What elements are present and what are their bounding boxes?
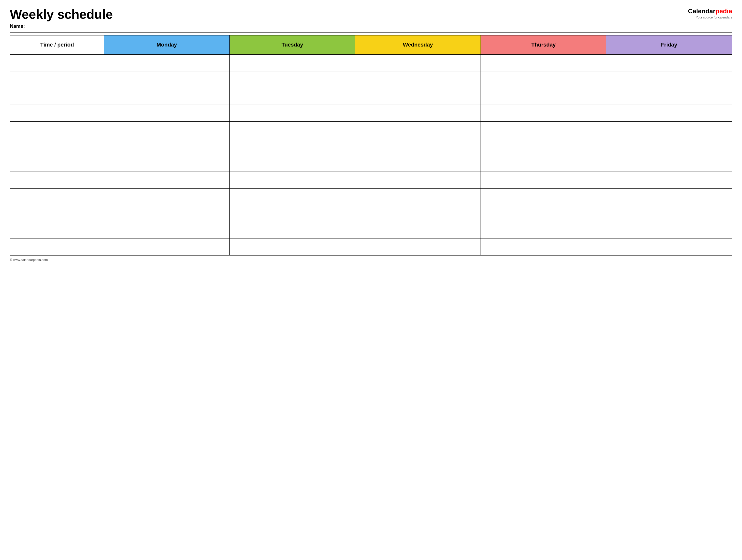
schedule-cell[interactable] (104, 88, 229, 105)
schedule-cell[interactable] (481, 155, 606, 172)
table-row (10, 71, 732, 88)
schedule-cell[interactable] (606, 188, 732, 205)
header: Weekly schedule Name: Calendarpedia Your… (10, 7, 732, 29)
schedule-cell[interactable] (104, 205, 229, 222)
schedule-cell[interactable] (606, 105, 732, 121)
time-cell[interactable] (10, 54, 104, 71)
col-header-wednesday: Wednesday (355, 35, 481, 54)
table-header-row: Time / period Monday Tuesday Wednesday T… (10, 35, 732, 54)
table-row (10, 54, 732, 71)
schedule-cell[interactable] (229, 188, 355, 205)
schedule-cell[interactable] (229, 138, 355, 155)
time-cell[interactable] (10, 172, 104, 188)
schedule-table: Time / period Monday Tuesday Wednesday T… (10, 35, 732, 256)
schedule-cell[interactable] (606, 121, 732, 138)
schedule-cell[interactable] (606, 172, 732, 188)
schedule-cell[interactable] (355, 155, 481, 172)
schedule-cell[interactable] (104, 222, 229, 238)
time-cell[interactable] (10, 138, 104, 155)
schedule-cell[interactable] (229, 121, 355, 138)
schedule-cell[interactable] (229, 88, 355, 105)
schedule-cell[interactable] (606, 222, 732, 238)
schedule-cell[interactable] (104, 105, 229, 121)
schedule-cell[interactable] (481, 222, 606, 238)
schedule-cell[interactable] (481, 172, 606, 188)
schedule-cell[interactable] (229, 71, 355, 88)
schedule-cell[interactable] (104, 172, 229, 188)
schedule-cell[interactable] (104, 121, 229, 138)
schedule-body (10, 54, 732, 255)
schedule-cell[interactable] (606, 88, 732, 105)
schedule-cell[interactable] (355, 222, 481, 238)
schedule-cell[interactable] (355, 172, 481, 188)
time-cell[interactable] (10, 238, 104, 255)
schedule-cell[interactable] (355, 88, 481, 105)
schedule-cell[interactable] (229, 222, 355, 238)
schedule-cell[interactable] (606, 155, 732, 172)
page-container: Weekly schedule Name: Calendarpedia Your… (10, 7, 732, 262)
time-cell[interactable] (10, 222, 104, 238)
table-row (10, 188, 732, 205)
footer-url: © www.calendarpedia.com (10, 258, 48, 262)
schedule-cell[interactable] (606, 138, 732, 155)
schedule-cell[interactable] (355, 105, 481, 121)
schedule-cell[interactable] (104, 188, 229, 205)
col-header-thursday: Thursday (481, 35, 606, 54)
schedule-cell[interactable] (355, 188, 481, 205)
logo-suffix: pedia (716, 7, 732, 15)
schedule-cell[interactable] (355, 54, 481, 71)
logo-area: Calendarpedia Your source for calendars (688, 7, 732, 19)
schedule-cell[interactable] (355, 71, 481, 88)
schedule-cell[interactable] (229, 155, 355, 172)
schedule-cell[interactable] (481, 105, 606, 121)
table-row (10, 88, 732, 105)
col-header-monday: Monday (104, 35, 229, 54)
name-label: Name: (10, 23, 113, 29)
schedule-cell[interactable] (606, 238, 732, 255)
schedule-cell[interactable] (355, 238, 481, 255)
table-row (10, 138, 732, 155)
schedule-cell[interactable] (481, 54, 606, 71)
schedule-cell[interactable] (229, 105, 355, 121)
schedule-cell[interactable] (104, 71, 229, 88)
schedule-cell[interactable] (481, 188, 606, 205)
time-cell[interactable] (10, 188, 104, 205)
time-cell[interactable] (10, 105, 104, 121)
schedule-cell[interactable] (229, 205, 355, 222)
schedule-cell[interactable] (355, 205, 481, 222)
schedule-cell[interactable] (229, 238, 355, 255)
table-row (10, 222, 732, 238)
table-row (10, 172, 732, 188)
schedule-cell[interactable] (481, 71, 606, 88)
schedule-cell[interactable] (104, 54, 229, 71)
schedule-cell[interactable] (229, 172, 355, 188)
schedule-cell[interactable] (606, 71, 732, 88)
time-cell[interactable] (10, 71, 104, 88)
table-row (10, 105, 732, 121)
table-row (10, 238, 732, 255)
table-row (10, 155, 732, 172)
schedule-cell[interactable] (481, 238, 606, 255)
schedule-cell[interactable] (481, 205, 606, 222)
schedule-cell[interactable] (481, 138, 606, 155)
time-cell[interactable] (10, 121, 104, 138)
time-cell[interactable] (10, 88, 104, 105)
schedule-cell[interactable] (481, 121, 606, 138)
schedule-cell[interactable] (229, 54, 355, 71)
logo-tagline: Your source for calendars (696, 15, 732, 19)
schedule-cell[interactable] (355, 138, 481, 155)
schedule-cell[interactable] (481, 88, 606, 105)
col-header-tuesday: Tuesday (229, 35, 355, 54)
time-cell[interactable] (10, 205, 104, 222)
table-row (10, 121, 732, 138)
schedule-cell[interactable] (355, 121, 481, 138)
schedule-cell[interactable] (606, 205, 732, 222)
schedule-cell[interactable] (104, 138, 229, 155)
page-title: Weekly schedule (10, 7, 113, 21)
schedule-cell[interactable] (104, 155, 229, 172)
col-header-time: Time / period (10, 35, 104, 54)
schedule-cell[interactable] (104, 238, 229, 255)
header-divider (10, 33, 732, 33)
schedule-cell[interactable] (606, 54, 732, 71)
time-cell[interactable] (10, 155, 104, 172)
